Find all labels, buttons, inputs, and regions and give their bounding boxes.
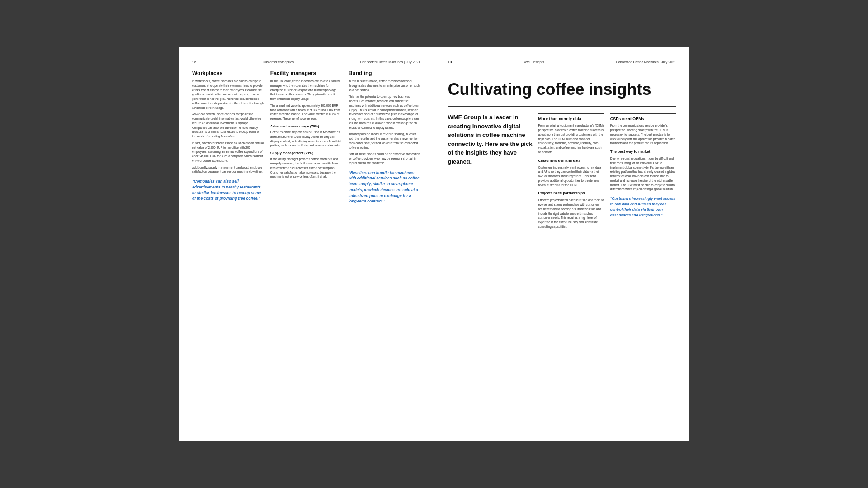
left-section-title: Customer categories [263,60,294,64]
csp-heading: CSPs need OEMs [610,113,676,121]
right-page-number: 13 [448,60,452,64]
bundling-column: Bundling In this business model, coffee … [349,70,420,204]
oem-p1: From an original equipment manufacturer'… [538,123,604,154]
right-page-header: 13 WMF Insights Connected Coffee Machine… [448,60,676,66]
bundling-p3: Another possible model is revenue sharin… [349,132,420,150]
facility-p2: The annual net value is approximately 30… [270,103,342,121]
oem-heading: More than merely data [538,113,604,121]
right-cols-divider: More than merely data From an original e… [538,113,676,231]
oem-sub1: Customers demand data [538,158,604,164]
intro-text: WMF Group is a leader in creating innova… [448,113,538,166]
bundling-quote: "Resellers can bundle the machines with … [349,170,420,205]
left-page-header: 12 Customer categories Connected Coffee … [192,60,420,66]
facility-sub2-text: If the facility manager provides coffee … [270,157,342,179]
right-page: 13 WMF Insights Connected Coffee Machine… [434,47,690,441]
csp-sub1-text: Due to regional regulations, it can be d… [610,156,676,192]
left-columns: Workplaces In workplaces, coffee machine… [192,70,420,204]
facility-sub1-text: Coffee machine displays can be used in t… [270,130,342,148]
oem-sub2-text: Effective projects need adequate time an… [538,198,604,229]
facility-heading: Facility managers [270,70,342,76]
facility-p1: In this use case, coffee machines are so… [270,79,342,101]
csp-p1: From the communications service provider… [610,123,676,145]
right-section-title: WMF Insights [524,60,544,64]
document-spread: 12 Customer categories Connected Coffee … [179,47,689,441]
right-publication-title: Connected Coffee Machines | July 2021 [616,60,676,64]
csp-sub1: The best way to market [610,149,676,155]
bundling-heading: Bundling [349,70,420,76]
facility-sub2: Supply management (21%) [270,150,342,155]
workplaces-p1: In workplaces, coffee machines are sold … [192,79,264,110]
oem-column: More than merely data From an original e… [538,113,604,231]
csp-quote: "Customers increasingly want access to r… [610,196,676,218]
facility-sub1: Advanced screen usage (79%) [270,124,342,129]
workplaces-p4: Additionally, supply management can boos… [192,165,264,174]
facility-column: Facility managers In this use case, coff… [270,70,342,204]
bundling-p4: Both of these models could be an attract… [349,152,420,165]
left-publication-title: Connected Coffee Machines | July 2021 [360,60,420,64]
workplaces-text: In workplaces, coffee machines are sold … [192,79,264,174]
workplaces-p3: In fact, advanced screen usage could cre… [192,141,264,163]
right-big-heading: Cultivating coffee insights [448,80,676,99]
bundling-p1: In this business model, coffee machines … [349,79,420,92]
left-page: 12 Customer categories Connected Coffee … [179,47,434,441]
right-content: WMF Group is a leader in creating innova… [448,113,676,231]
oem-sub2: Projects need partnerships [538,191,604,196]
csp-column: CSPs need OEMs From the communications s… [610,113,676,231]
right-cols-area: More than merely data From an original e… [538,113,676,231]
left-page-number: 12 [192,60,196,64]
intro-divider [448,106,676,107]
csp-text: From the communications service provider… [610,123,676,192]
facility-text: In this use case, coffee machines are so… [270,79,342,179]
bundling-p2: This has the potential to open up new bu… [349,94,420,130]
workplaces-heading: Workplaces [192,70,264,76]
oem-text: From an original equipment manufacturer'… [538,123,604,229]
workplaces-quote: "Companies can also sell advertisements … [192,178,264,202]
oem-sub1-text: Customers increasingly want access to ra… [538,165,604,188]
right-intro: WMF Group is a leader in creating innova… [448,113,538,231]
bundling-text: In this business model, coffee machines … [349,79,420,165]
workplaces-column: Workplaces In workplaces, coffee machine… [192,70,264,204]
workplaces-p2: Advanced screen usage enables companies … [192,112,264,139]
